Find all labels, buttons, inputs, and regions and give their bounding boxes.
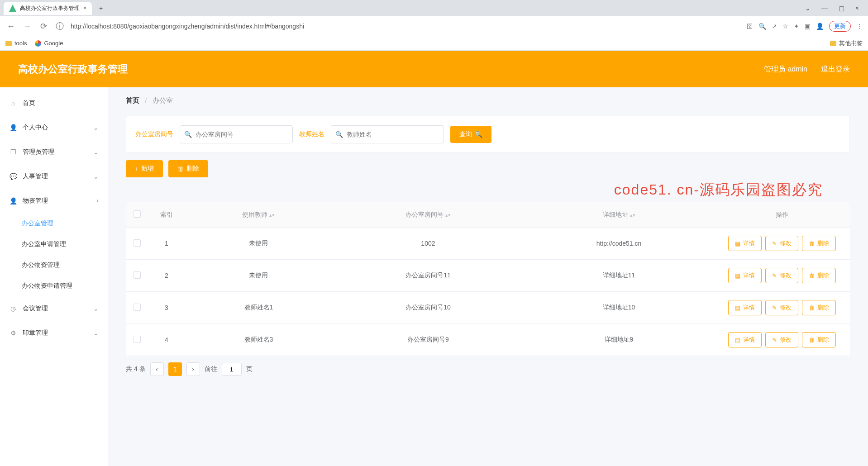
select-all-checkbox[interactable] (134, 210, 141, 218)
row-delete-button[interactable]: 🗑 删除 (802, 332, 836, 347)
doc-icon: ▤ (735, 337, 740, 343)
info-icon[interactable]: ⓘ (54, 21, 65, 32)
menu-icon[interactable]: ⋮ (856, 23, 863, 30)
row-delete-button[interactable]: 🗑 删除 (802, 268, 836, 283)
update-button[interactable]: 更新 (829, 21, 851, 32)
extension-icon[interactable]: ✦ (794, 23, 799, 30)
pagination: 共 4 条 ‹ 1 › 前往 页 (126, 362, 850, 376)
sidebar-sub-office-apply[interactable]: 办公室申请管理 (0, 234, 108, 255)
share-icon[interactable]: ↗ (772, 23, 777, 30)
detail-button[interactable]: ▤ 详情 (728, 300, 762, 315)
browser-tab[interactable]: 高校办公室行政事务管理 × (4, 2, 92, 15)
trash-icon: 🗑 (809, 337, 815, 343)
star-icon[interactable]: ☆ (782, 23, 788, 30)
search-button[interactable]: 查询 🔍 (450, 126, 491, 143)
sidebar-toggle-icon[interactable]: ▣ (805, 23, 811, 30)
sidebar-item-home[interactable]: ⌂首页 (0, 91, 108, 115)
row-delete-button[interactable]: 🗑 删除 (802, 300, 836, 315)
sidebar-sub-office[interactable]: 办公室管理 (0, 213, 108, 234)
new-tab-button[interactable]: + (95, 3, 106, 14)
edit-button[interactable]: ✎ 修改 (765, 300, 798, 315)
col-index: 索引 (148, 202, 185, 228)
detail-button[interactable]: ▤ 详情 (728, 332, 762, 347)
sidebar-item-hr[interactable]: 💬人事管理⌄ (0, 164, 108, 189)
address-bar: ← → ⟳ ⓘ http://localhost:8080/gaoxiaoban… (0, 16, 868, 36)
forward-icon[interactable]: → (22, 22, 33, 31)
cell-room: 办公室房间号9 (333, 324, 524, 356)
key-icon[interactable]: ⚿ (747, 23, 753, 30)
close-icon[interactable]: × (83, 5, 86, 11)
maximize-icon[interactable]: ▢ (839, 5, 844, 12)
sidebar-sub-supplies-apply[interactable]: 办公物资申请管理 (0, 276, 108, 296)
total-count: 共 4 条 (126, 365, 146, 373)
logout-link[interactable]: 退出登录 (821, 65, 850, 74)
prev-page-button[interactable]: ‹ (150, 362, 164, 376)
back-icon[interactable]: ← (5, 22, 16, 31)
action-bar: + 新增 🗑 删除 (126, 160, 850, 177)
edit-button[interactable]: ✎ 修改 (765, 332, 798, 347)
row-checkbox[interactable] (134, 304, 141, 311)
cell-teacher: 未使用 (185, 228, 333, 260)
clock-icon: ◷ (9, 305, 17, 312)
bookmark-other[interactable]: 其他书签 (830, 39, 863, 48)
url-text[interactable]: http://localhost:8080/gaoxiaobangongxing… (71, 23, 741, 30)
edit-icon: ✎ (772, 272, 777, 279)
minimize-icon[interactable]: — (821, 5, 828, 12)
next-page-button[interactable]: › (186, 362, 200, 376)
teacher-label: 教师姓名 (299, 130, 324, 138)
page-1-button[interactable]: 1 (168, 362, 182, 376)
sidebar-sub-supplies[interactable]: 办公物资管理 (0, 255, 108, 276)
table-row: 1 未使用 1002 http://code51.cn ▤ 详情 ✎ 修改 🗑 … (126, 228, 850, 260)
chevron-down-icon: ⌄ (93, 329, 99, 337)
chevron-down-icon[interactable]: ⌄ (805, 5, 811, 12)
breadcrumb-home[interactable]: 首页 (126, 96, 139, 104)
detail-button[interactable]: ▤ 详情 (728, 268, 762, 283)
detail-button[interactable]: ▤ 详情 (728, 236, 762, 251)
reload-icon[interactable]: ⟳ (38, 21, 49, 31)
room-label: 办公室房间号 (135, 130, 173, 138)
edit-button[interactable]: ✎ 修改 (765, 236, 798, 251)
sidebar-item-admin[interactable]: ❐管理员管理⌄ (0, 140, 108, 164)
cell-teacher: 教师姓名1 (185, 292, 333, 324)
bookmark-tools[interactable]: tools (5, 40, 27, 47)
row-checkbox[interactable] (134, 271, 141, 279)
search-icon[interactable]: 🔍 (758, 23, 766, 30)
chevron-down-icon: ⌄ (93, 124, 99, 131)
sidebar-item-meeting[interactable]: ◷会议管理⌄ (0, 296, 108, 321)
plus-icon: + (135, 165, 138, 172)
sort-icon: ▴▾ (445, 214, 451, 216)
cell-room: 1002 (333, 228, 524, 260)
table-row: 4 教师姓名3 办公室房间号9 详细地址9 ▤ 详情 ✎ 修改 🗑 删除 (126, 324, 850, 356)
col-address[interactable]: 详细地址▴▾ (524, 202, 714, 228)
cell-room: 办公室房间号10 (333, 292, 524, 324)
edit-icon: ✎ (772, 240, 777, 247)
col-room[interactable]: 办公室房间号▴▾ (333, 202, 524, 228)
sidebar-item-materials[interactable]: 👤物资管理⌃ (0, 189, 108, 213)
chevron-down-icon: ⌄ (93, 148, 99, 156)
page-suffix: 页 (246, 365, 253, 373)
room-input[interactable] (180, 125, 293, 143)
row-checkbox[interactable] (134, 239, 141, 247)
sidebar-item-seal[interactable]: ⚙印章管理⌄ (0, 321, 108, 345)
row-checkbox[interactable] (134, 336, 141, 343)
delete-button[interactable]: 🗑 删除 (168, 160, 208, 177)
sort-icon: ▴▾ (269, 214, 275, 216)
col-teacher[interactable]: 使用教师▴▾ (185, 202, 333, 228)
profile-icon[interactable]: 👤 (816, 23, 824, 30)
goto-input[interactable] (222, 363, 242, 376)
app-title: 高校办公室行政事务管理 (18, 62, 128, 76)
user-info[interactable]: 管理员 admin (764, 65, 807, 74)
bookmark-google[interactable]: Google (35, 40, 63, 47)
trash-icon: 🗑 (809, 272, 815, 279)
teacher-input[interactable] (331, 125, 444, 143)
add-button[interactable]: + 新增 (126, 160, 163, 177)
cell-room: 办公室房间号11 (333, 260, 524, 292)
sidebar-item-profile[interactable]: 👤个人中心⌄ (0, 115, 108, 140)
edit-button[interactable]: ✎ 修改 (765, 268, 798, 283)
cell-index: 1 (148, 228, 185, 260)
close-window-icon[interactable]: × (855, 5, 859, 12)
google-icon (35, 40, 41, 47)
row-delete-button[interactable]: 🗑 删除 (802, 236, 836, 251)
tab-bar: 高校办公室行政事务管理 × + ⌄ — ▢ × (0, 0, 868, 16)
sidebar: ⌂首页 👤个人中心⌄ ❐管理员管理⌄ 💬人事管理⌄ 👤物资管理⌃ 办公室管理 办… (0, 87, 108, 466)
